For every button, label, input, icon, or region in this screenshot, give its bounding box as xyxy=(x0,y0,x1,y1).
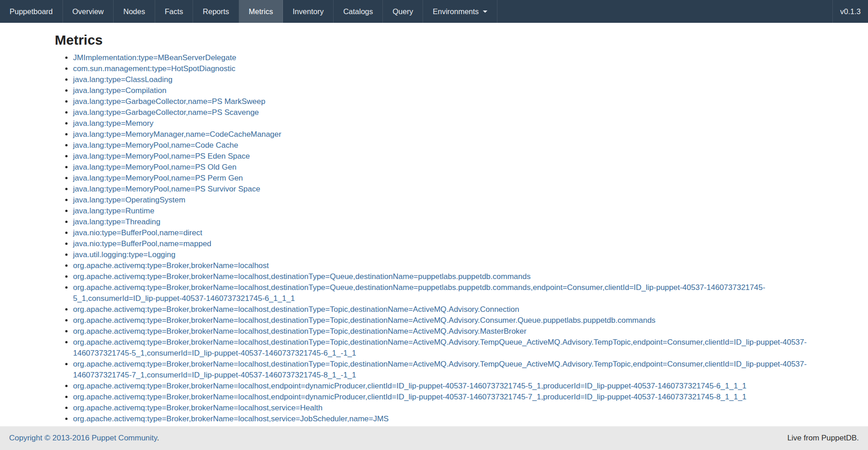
nav-item-facts[interactable]: Facts xyxy=(155,0,193,23)
metric-link[interactable]: java.lang:type=MemoryPool,name=PS Old Ge… xyxy=(73,163,236,171)
metric-list: JMImplementation:type=MBeanServerDelegat… xyxy=(55,52,813,424)
footer-copyright: Copyright © 2013-2016 Puppet Community. xyxy=(9,434,159,443)
metric-link[interactable]: java.lang:type=Compilation xyxy=(73,86,167,95)
metric-link[interactable]: java.lang:type=Memory xyxy=(73,119,153,128)
metric-list-item: java.nio:type=BufferPool,name=mapped xyxy=(73,238,813,249)
metric-list-item: org.apache.activemq:type=Broker,brokerNa… xyxy=(73,304,813,315)
metric-list-item: org.apache.activemq:type=Broker,brokerNa… xyxy=(73,315,813,326)
footer-status-text: Live from PuppetDB. xyxy=(787,434,859,443)
nav-item-inventory[interactable]: Inventory xyxy=(283,0,334,23)
environments-label: Environments xyxy=(433,7,479,16)
top-navbar: Puppetboard Overview Nodes Facts Reports… xyxy=(0,0,868,23)
metric-link[interactable]: org.apache.activemq:type=Broker,brokerNa… xyxy=(73,283,765,303)
metric-link[interactable]: org.apache.activemq:type=Broker,brokerNa… xyxy=(73,338,807,357)
nav-item-catalogs[interactable]: Catalogs xyxy=(334,0,383,23)
metric-list-item: java.lang:type=Compilation xyxy=(73,85,813,96)
metric-list-item: org.apache.activemq:type=Broker,brokerNa… xyxy=(73,260,813,271)
metric-link[interactable]: java.nio:type=BufferPool,name=direct xyxy=(73,228,202,237)
metric-link[interactable]: java.lang:type=Threading xyxy=(73,217,160,226)
nav-item-query[interactable]: Query xyxy=(383,0,423,23)
metric-link[interactable]: java.util.logging:type=Logging xyxy=(73,250,175,259)
metric-list-item: java.lang:type=GarbageCollector,name=PS … xyxy=(73,96,813,107)
metric-link[interactable]: com.sun.management:type=HotSpotDiagnosti… xyxy=(73,64,235,73)
metric-list-item: org.apache.activemq:type=Broker,brokerNa… xyxy=(73,282,813,304)
metric-list-item: java.lang:type=ClassLoading xyxy=(73,74,813,85)
metric-link[interactable]: JMImplementation:type=MBeanServerDelegat… xyxy=(73,53,236,62)
metric-link[interactable]: java.lang:type=GarbageCollector,name=PS … xyxy=(73,108,259,117)
metric-list-item: org.apache.activemq:type=Broker,brokerNa… xyxy=(73,381,813,392)
metric-link[interactable]: java.lang:type=MemoryPool,name=Code Cach… xyxy=(73,141,238,150)
metric-list-item: java.util.logging:type=Logging xyxy=(73,249,813,260)
navbar-spacer xyxy=(497,0,832,23)
page-title: Metrics xyxy=(55,32,813,48)
nav-item-environments-dropdown[interactable]: Environments xyxy=(423,0,497,23)
metric-link[interactable]: org.apache.activemq:type=Broker,brokerNa… xyxy=(73,327,527,336)
metric-list-item: java.lang:type=MemoryManager,name=CodeCa… xyxy=(73,129,813,140)
metric-link[interactable]: org.apache.activemq:type=Broker,brokerNa… xyxy=(73,382,747,390)
copyright-link[interactable]: Copyright © 2013-2016 Puppet Community xyxy=(9,434,157,442)
metric-list-item: java.nio:type=BufferPool,name=direct xyxy=(73,228,813,238)
metric-list-item: java.lang:type=MemoryPool,name=PS Eden S… xyxy=(73,151,813,162)
metric-list-item: org.apache.activemq:type=Broker,brokerNa… xyxy=(73,326,813,337)
metric-link[interactable]: java.lang:type=MemoryPool,name=PS Eden S… xyxy=(73,152,250,160)
nav-item-reports[interactable]: Reports xyxy=(193,0,239,23)
metric-link[interactable]: java.lang:type=OperatingSystem xyxy=(73,196,185,204)
metric-list-item: java.lang:type=Threading xyxy=(73,217,813,228)
metric-list-item: JMImplementation:type=MBeanServerDelegat… xyxy=(73,52,813,63)
metric-link[interactable]: java.lang:type=MemoryManager,name=CodeCa… xyxy=(73,130,281,139)
metric-link[interactable]: org.apache.activemq:type=Broker,brokerNa… xyxy=(73,261,269,270)
metric-list-item: java.lang:type=MemoryPool,name=PS Perm G… xyxy=(73,173,813,184)
metric-list-item: com.sun.management:type=HotSpotDiagnosti… xyxy=(73,63,813,74)
metric-list-item: org.apache.activemq:type=Broker,brokerNa… xyxy=(73,271,813,282)
metric-link[interactable]: java.lang:type=GarbageCollector,name=PS … xyxy=(73,97,265,106)
metric-list-item: java.lang:type=GarbageCollector,name=PS … xyxy=(73,107,813,118)
metric-list-item: org.apache.activemq:type=Broker,brokerNa… xyxy=(73,414,813,424)
metric-link[interactable]: org.apache.activemq:type=Broker,brokerNa… xyxy=(73,414,389,423)
metric-list-item: org.apache.activemq:type=Broker,brokerNa… xyxy=(73,403,813,414)
metric-link[interactable]: org.apache.activemq:type=Broker,brokerNa… xyxy=(73,316,655,325)
metric-list-item: java.lang:type=MemoryPool,name=Code Cach… xyxy=(73,140,813,151)
nav-brand-puppetboard[interactable]: Puppetboard xyxy=(0,0,63,23)
metric-link[interactable]: java.lang:type=MemoryPool,name=PS Perm G… xyxy=(73,174,243,182)
metric-link[interactable]: org.apache.activemq:type=Broker,brokerNa… xyxy=(73,403,323,412)
metric-link[interactable]: org.apache.activemq:type=Broker,brokerNa… xyxy=(73,393,747,401)
metric-list-item: java.lang:type=MemoryPool,name=PS Old Ge… xyxy=(73,162,813,173)
metric-link[interactable]: java.lang:type=ClassLoading xyxy=(73,75,173,84)
main-content: Metrics JMImplementation:type=MBeanServe… xyxy=(55,32,813,424)
metric-list-item: java.lang:type=MemoryPool,name=PS Surviv… xyxy=(73,184,813,195)
navbar-items: Puppetboard Overview Nodes Facts Reports… xyxy=(0,0,497,23)
metric-list-item: org.apache.activemq:type=Broker,brokerNa… xyxy=(73,337,813,359)
metric-link[interactable]: java.nio:type=BufferPool,name=mapped xyxy=(73,239,211,248)
app-version-label: v0.1.3 xyxy=(832,0,868,23)
nav-item-metrics[interactable]: Metrics xyxy=(239,0,283,23)
metric-list-item: org.apache.activemq:type=Broker,brokerNa… xyxy=(73,359,813,381)
metric-list-item: org.apache.activemq:type=Broker,brokerNa… xyxy=(73,392,813,403)
metric-list-item: java.lang:type=OperatingSystem xyxy=(73,195,813,206)
metric-link[interactable]: org.apache.activemq:type=Broker,brokerNa… xyxy=(73,272,531,281)
metric-link[interactable]: java.lang:type=MemoryPool,name=PS Surviv… xyxy=(73,185,260,193)
nav-item-overview[interactable]: Overview xyxy=(63,0,114,23)
metric-link[interactable]: java.lang:type=Runtime xyxy=(73,207,154,215)
metric-link[interactable]: org.apache.activemq:type=Broker,brokerNa… xyxy=(73,360,807,379)
chevron-down-icon xyxy=(483,10,487,13)
nav-item-nodes[interactable]: Nodes xyxy=(114,0,155,23)
metric-link[interactable]: org.apache.activemq:type=Broker,brokerNa… xyxy=(73,305,519,314)
footer: Copyright © 2013-2016 Puppet Community. … xyxy=(0,426,868,450)
metric-list-item: java.lang:type=Runtime xyxy=(73,206,813,217)
metric-list-item: java.lang:type=Memory xyxy=(73,118,813,129)
copyright-period: . xyxy=(157,434,159,442)
